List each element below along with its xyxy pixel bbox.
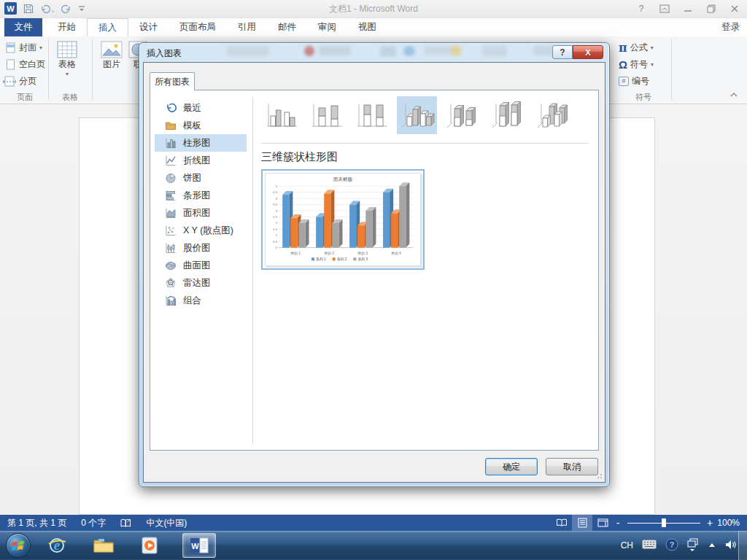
3d-stacked-column-icon xyxy=(445,101,480,130)
svg-text:3.5: 3.5 xyxy=(273,203,278,206)
stock-chart-icon xyxy=(165,242,177,254)
start-button[interactable] xyxy=(6,533,31,558)
internet-explorer-icon[interactable]: e xyxy=(42,533,71,558)
blank-page-button[interactable]: 空白页 xyxy=(6,57,45,71)
zoom-out-button[interactable]: - xyxy=(613,517,623,529)
ok-button[interactable]: 确定 xyxy=(485,458,538,475)
ribbon-tab[interactable]: 视图 xyxy=(347,18,387,36)
chart-category-recent[interactable]: 最近 xyxy=(155,99,247,117)
chart-preview-image: 图表标题00.511.522.533.544.55类别 1类别 2类别 3类别 … xyxy=(265,173,421,266)
print-layout-icon[interactable] xyxy=(572,515,592,531)
page-indicator[interactable]: 第 1 页, 共 1 页 xyxy=(0,517,74,529)
show-desktop-button[interactable] xyxy=(738,531,747,560)
ribbon-tab[interactable]: 开始 xyxy=(47,18,87,36)
cancel-button[interactable]: 取消 xyxy=(546,458,598,475)
ribbon-tab[interactable]: 插入 xyxy=(87,18,128,36)
minimize-icon[interactable] xyxy=(678,1,697,15)
omega-icon: Ω xyxy=(619,58,627,71)
symbols-group-label: 符号 xyxy=(622,92,665,103)
all-charts-tab[interactable]: 所有图表 xyxy=(150,72,195,90)
chart-category-column-chart[interactable]: 柱形图 xyxy=(155,134,247,152)
ribbon-tab[interactable]: 引用 xyxy=(227,18,267,36)
picture-button[interactable]: 图片 xyxy=(101,41,123,71)
language-tray-indicator[interactable]: CH xyxy=(621,540,633,551)
zoom-slider-thumb[interactable] xyxy=(662,518,666,527)
cover-page-button[interactable]: 封面▾ xyxy=(6,40,42,55)
equation-button[interactable]: π 公式 ▾ xyxy=(619,40,654,55)
ribbon-tab[interactable]: 页面布局 xyxy=(169,18,227,36)
chart-category-pie-chart[interactable]: 饼图 xyxy=(155,169,247,187)
group-separator xyxy=(92,39,93,100)
subtype-3d-100-stacked-column[interactable] xyxy=(487,96,527,134)
ribbon-tab[interactable]: 邮件 xyxy=(267,18,307,36)
show-hidden-icons-button[interactable] xyxy=(708,542,716,550)
chart-category-area-chart[interactable]: 面积图 xyxy=(155,204,247,222)
symbol-button[interactable]: Ω 符号 ▾ xyxy=(619,57,654,71)
subtype-separator xyxy=(261,143,588,144)
chart-category-line-chart[interactable]: 折线图 xyxy=(155,152,247,169)
file-explorer-icon[interactable] xyxy=(89,533,118,558)
collapse-ribbon-icon[interactable] xyxy=(729,92,738,100)
chart-category-radar-chart[interactable]: 雷达图 xyxy=(155,274,247,292)
stacked-column-icon xyxy=(309,101,344,130)
chart-category-bar-chart[interactable]: 条形图 xyxy=(155,187,247,204)
chart-preview[interactable]: 图表标题00.511.522.533.544.55类别 1类别 2类别 3类别 … xyxy=(261,169,425,270)
web-layout-icon[interactable] xyxy=(592,515,613,531)
chart-subtype-strip xyxy=(261,96,573,134)
page-break-button[interactable]: 分页 xyxy=(3,74,36,88)
subtype-3d-clustered-column[interactable] xyxy=(397,96,437,134)
word-taskbar-icon[interactable]: W xyxy=(182,533,216,558)
dialog-close-button[interactable]: X xyxy=(573,45,603,59)
media-player-icon[interactable] xyxy=(136,533,165,558)
keyboard-tray-icon[interactable] xyxy=(642,540,657,551)
window-controls: ? xyxy=(632,1,744,15)
recent-icon xyxy=(165,102,177,114)
dialog-titlebar[interactable] xyxy=(139,43,609,62)
chart-category-surface-chart[interactable]: 曲面图 xyxy=(155,257,247,274)
restore-icon[interactable] xyxy=(702,1,721,15)
sign-in-link[interactable]: 登录 xyxy=(721,18,740,36)
dropdown-arrow-icon: ▾ xyxy=(651,44,654,51)
zoom-in-button[interactable]: + xyxy=(705,517,715,529)
chart-category-stock-chart[interactable]: 股价图 xyxy=(155,239,247,257)
subtype-100-stacked-column[interactable] xyxy=(352,96,392,134)
subtype-clustered-column[interactable] xyxy=(261,96,301,134)
ribbon-display-options-icon[interactable] xyxy=(655,1,674,15)
language-indicator[interactable]: 中文(中国) xyxy=(139,517,194,529)
close-icon[interactable] xyxy=(725,1,744,15)
status-bar: 第 1 页, 共 1 页 0 个字 中文(中国) - + 100% xyxy=(0,515,747,531)
subtype-3d-stacked-column[interactable] xyxy=(442,96,482,134)
resize-grip[interactable] xyxy=(596,474,602,480)
read-mode-icon[interactable] xyxy=(551,515,572,531)
chart-category-combo-chart[interactable]: 组合 xyxy=(155,292,247,309)
help-tray-icon[interactable]: ? xyxy=(665,538,678,553)
ribbon-tabs: 开始插入设计页面布局引用邮件审阅视图 xyxy=(47,18,387,36)
pi-icon: π xyxy=(619,41,627,55)
numbering-button[interactable]: # 编号 xyxy=(619,74,649,88)
table-button[interactable]: 表格 ▾ xyxy=(57,41,77,77)
ribbon-tab[interactable]: 审阅 xyxy=(307,18,347,36)
display-tray-icon[interactable] xyxy=(687,538,699,553)
templates-folder-icon xyxy=(165,120,177,131)
100-stacked-column-icon xyxy=(355,101,390,130)
chart-category-templates-folder[interactable]: 模板 xyxy=(155,117,247,134)
number-icon: # xyxy=(619,77,629,86)
proofing-icon[interactable] xyxy=(113,518,139,528)
svg-text:系列 2: 系列 2 xyxy=(337,257,347,262)
area-chart-icon xyxy=(165,207,177,219)
subtype-stacked-column[interactable] xyxy=(306,96,347,134)
subtype-3d-column[interactable] xyxy=(533,96,573,134)
file-tab[interactable]: 文件 xyxy=(4,18,42,36)
svg-text:e: e xyxy=(54,537,61,553)
svg-text:图表标题: 图表标题 xyxy=(333,176,353,182)
help-button[interactable]: ? xyxy=(632,1,651,15)
svg-text:系列 1: 系列 1 xyxy=(316,257,326,262)
volume-tray-icon[interactable] xyxy=(725,539,737,553)
dialog-help-button[interactable]: ? xyxy=(552,45,573,59)
ribbon-tab[interactable]: 设计 xyxy=(128,18,169,36)
word-count[interactable]: 0 个字 xyxy=(74,517,113,529)
svg-text:0.5: 0.5 xyxy=(273,240,278,244)
zoom-slider[interactable] xyxy=(627,515,700,531)
chart-category-scatter-chart[interactable]: X Y (散点图) xyxy=(155,222,247,239)
zoom-level[interactable]: 100% xyxy=(715,518,747,528)
